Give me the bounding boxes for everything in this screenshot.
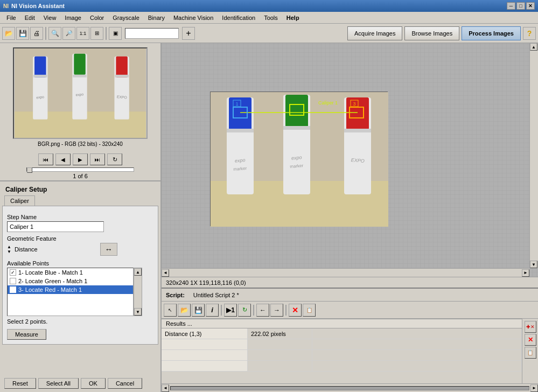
point-check-2 <box>10 278 16 284</box>
toolbar-right: Acquire Images Browse Images Process Ima… <box>347 26 536 40</box>
menu-binary[interactable]: Binary <box>144 13 169 22</box>
acquire-images-button[interactable]: Acquire Images <box>347 26 402 40</box>
canvas-scrollbar-v[interactable]: ▲ ▼ <box>529 43 538 268</box>
cancel-button[interactable]: Cancel <box>108 378 142 389</box>
menu-image[interactable]: Image <box>60 13 86 22</box>
menu-bar: File Edit View Image Color Grayscale Bin… <box>0 12 538 24</box>
script-toolbar: ↖ 📂 💾 i ▶1 ↻ ← → ✕ 📋 <box>162 302 538 319</box>
canvas-area[interactable]: expo marker expo marker EXPO <box>162 43 538 277</box>
points-scroll-up[interactable]: ▲ <box>134 268 142 276</box>
zoom-display <box>125 28 179 39</box>
menu-tools[interactable]: Tools <box>260 13 282 22</box>
sidebar-btn-2[interactable]: ✕ <box>525 334 536 346</box>
tool-print[interactable]: 🖨 <box>30 27 43 40</box>
results-header: Results ... <box>162 319 522 328</box>
script-open-button[interactable]: 📂 <box>178 304 191 317</box>
point-label-2: 2- Locate Green - Match 1 <box>18 278 87 284</box>
caliper-content: Step Name Geometric Feature ▲ ▼ Distance… <box>2 206 158 345</box>
sidebar-btn-1[interactable]: ✚✕ <box>525 321 536 333</box>
select-all-button[interactable]: Select All <box>38 378 79 389</box>
scroll-right-button[interactable]: ► <box>522 269 529 277</box>
menu-view[interactable]: View <box>39 13 61 22</box>
point-item-2[interactable]: 2- Locate Green - Match 1 <box>8 277 133 285</box>
script-select-tool[interactable]: ↖ <box>164 304 177 317</box>
feature-up-arrow[interactable]: ▲ <box>7 244 11 249</box>
scroll-up-button[interactable]: ▲ <box>530 43 537 51</box>
help-button[interactable]: ? <box>523 27 536 40</box>
tool-open[interactable]: 📂 <box>2 27 15 40</box>
tool-save[interactable]: 💾 <box>16 27 29 40</box>
menu-color[interactable]: Color <box>86 13 108 22</box>
title-bar-controls: ─ □ ✕ <box>507 2 535 10</box>
scroll-down-button[interactable]: ▼ <box>530 261 537 268</box>
browse-images-button[interactable]: Browse Images <box>404 26 459 40</box>
nav-prev-button[interactable]: ◀ <box>55 153 71 165</box>
process-images-button[interactable]: Process Images <box>462 26 521 40</box>
minimize-button[interactable]: ─ <box>507 2 515 10</box>
nav-thumb[interactable] <box>27 167 32 173</box>
script-delete-button[interactable]: ✕ <box>289 304 302 317</box>
tool-add[interactable]: + <box>182 27 195 40</box>
caliper-header: Caliper Setup <box>2 184 158 195</box>
canvas-scrollbar-h[interactable]: ◄ ► <box>162 268 529 277</box>
tool-zoom-in[interactable]: 🔎 <box>62 27 75 40</box>
nav-next-button[interactable]: ▶ <box>73 153 88 165</box>
result-extra-4 <box>312 361 522 371</box>
step-name-input[interactable] <box>7 221 104 232</box>
maximize-button[interactable]: □ <box>516 2 525 10</box>
separator-1 <box>45 27 46 40</box>
script-export-button[interactable]: 📋 <box>303 304 316 317</box>
svg-rect-8 <box>73 75 86 78</box>
toolbar: 📂 💾 🖨 🔍 🔎 1:1 ⊞ ▣ + Acquire Images Brows… <box>0 24 538 43</box>
svg-rect-12 <box>115 75 128 78</box>
svg-text:expo: expo <box>291 155 302 161</box>
results-scroll-left[interactable]: ◄ <box>162 384 169 392</box>
feature-down-arrow[interactable]: ▼ <box>7 249 11 254</box>
points-scroll-down[interactable]: ▼ <box>134 308 142 316</box>
tool-zoom-fit[interactable]: ⊞ <box>90 27 103 40</box>
script-back-button[interactable]: ← <box>256 304 269 317</box>
reset-button[interactable]: Reset <box>4 378 36 389</box>
scroll-left-button[interactable]: ◄ <box>162 269 169 277</box>
results-scrollbar-h[interactable]: ◄ ► <box>162 383 538 392</box>
script-header: Script: Untitled Script 2 * <box>162 289 538 302</box>
close-button[interactable]: ✕ <box>526 2 535 10</box>
tool-roi[interactable]: ▣ <box>109 27 122 40</box>
tool-zoom-1x[interactable]: 1:1 <box>76 27 89 40</box>
menu-file[interactable]: File <box>2 13 20 22</box>
measure-button[interactable]: Measure <box>7 329 46 340</box>
ok-button[interactable]: OK <box>81 378 106 389</box>
nav-progress <box>0 167 160 172</box>
result-value-2 <box>248 339 312 349</box>
script-sep-3 <box>285 305 287 316</box>
tool-zoom-out[interactable]: 🔍 <box>48 27 61 40</box>
caliper-tab[interactable]: Caliper <box>4 195 35 206</box>
nav-last-button[interactable]: ⏭ <box>90 153 105 165</box>
script-run-button[interactable]: ▶1 <box>224 304 237 317</box>
menu-grayscale[interactable]: Grayscale <box>108 13 144 22</box>
menu-edit[interactable]: Edit <box>20 13 39 22</box>
sidebar-btn-3[interactable]: 📋 <box>525 347 536 359</box>
nav-loop-button[interactable]: ↻ <box>107 153 122 165</box>
script-save-button[interactable]: 💾 <box>192 304 205 317</box>
scroll-v-track <box>530 51 538 261</box>
menu-machine-vision[interactable]: Machine Vision <box>169 13 218 22</box>
menu-identification[interactable]: Identification <box>218 13 260 22</box>
script-forward-button[interactable]: → <box>270 304 283 317</box>
result-row-4 <box>162 361 522 372</box>
results-scroll-right[interactable]: ► <box>530 384 538 392</box>
point-item-3[interactable]: 3- Locate Red - Match 1 <box>8 285 133 294</box>
geometric-feature-group: Geometric Feature ▲ ▼ Distance ↔ <box>7 235 153 256</box>
point-item-1[interactable]: ✓ 1- Locate Blue - Match 1 <box>8 268 133 277</box>
menu-help[interactable]: Help <box>282 13 304 22</box>
preview-svg: expo expo EXPO <box>14 48 146 138</box>
result-key-1: Distance (1,3) <box>162 328 248 339</box>
script-run-all-button[interactable]: ↻ <box>238 304 251 317</box>
results-rows: Distance (1,3) 222.02 pixels <box>162 328 522 380</box>
nav-track[interactable] <box>26 167 134 172</box>
nav-text: 1 of 6 <box>0 173 160 179</box>
geometric-feature-label: Geometric Feature <box>7 235 153 242</box>
result-row-3 <box>162 350 522 361</box>
script-info-button[interactable]: i <box>206 304 219 317</box>
nav-first-button[interactable]: ⏮ <box>38 153 53 165</box>
